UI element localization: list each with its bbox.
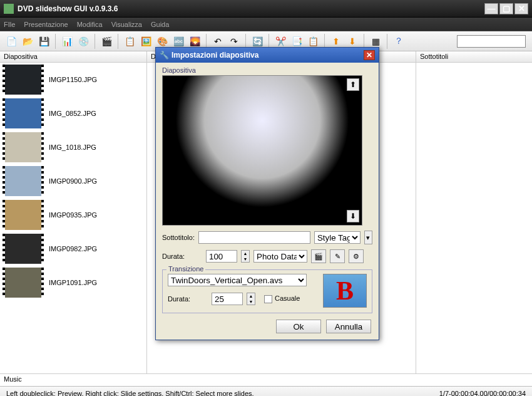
disc-icon[interactable]: 💿 (76, 34, 91, 49)
transition-preview: B (323, 274, 367, 308)
paint-icon[interactable]: 🎨 (155, 34, 170, 49)
slideshow-icon[interactable]: 🎬 (99, 34, 114, 49)
maximize-button[interactable]: ▢ (499, 3, 513, 14)
styletags-dropdown-icon[interactable]: ▾ (364, 231, 372, 244)
music-label: Music (4, 375, 22, 383)
random-checkbox[interactable] (264, 295, 272, 303)
text-icon[interactable]: 🔤 (171, 34, 186, 49)
status-left: Left doubleclick: Preview. Right click: … (6, 390, 254, 397)
slide-filename: IMG_0852.JPG (49, 110, 96, 117)
trans-duration-label: Durata: (168, 295, 208, 303)
slide-row[interactable]: IMG_1018.JPG (0, 130, 146, 164)
slide-thumbnail (3, 98, 44, 128)
slide-row[interactable]: IMGP0982.JPG (0, 232, 146, 266)
slide-filename: IMGP1091.JPG (49, 279, 97, 286)
menu-file[interactable]: FIle (4, 21, 15, 28)
copy-icon[interactable]: 📋 (122, 34, 137, 49)
slide-row[interactable]: IMGP0900.JPG (0, 164, 146, 198)
styletags-select[interactable]: Style Tags (314, 231, 361, 244)
dialog-title: Impostazioni diapositiva (171, 51, 258, 60)
section-slide-label: Diapositiva (162, 66, 372, 74)
slide-thumbnail (3, 268, 44, 298)
slide-thumbnail (3, 65, 44, 95)
help-icon[interactable]: ？ (391, 34, 406, 49)
slide-column: Diapositiva IMGP1150.JPGIMG_0852.JPGIMG_… (0, 51, 147, 373)
slide-filename: IMG_1018.JPG (49, 143, 96, 151)
trans-duration-spinner[interactable]: ▲▼ (247, 293, 255, 305)
config-icon[interactable]: ⚙ (349, 249, 364, 263)
subtitle-column: Sottotitoli (416, 51, 532, 373)
window-title: DVD slideshow GUI v.0.9.3.6 (18, 4, 483, 13)
slide-filename: IMGP1150.JPG (49, 76, 97, 83)
slide-thumbnail (3, 166, 44, 196)
menu-help[interactable]: Guida (151, 21, 169, 28)
dialog-icon: 🔧 (160, 51, 169, 60)
duration-input[interactable] (206, 250, 237, 263)
menu-view[interactable]: Visualizza (111, 21, 142, 28)
picture-icon[interactable]: 🌄 (187, 34, 202, 49)
cancel-button[interactable]: Annulla (326, 320, 371, 333)
menu-presentation[interactable]: Presentazione (24, 21, 68, 28)
close-button[interactable]: ✕ (514, 3, 528, 14)
subtitle-header[interactable]: Sottotitoli (416, 51, 532, 63)
slide-filename: IMGP0982.JPG (49, 245, 97, 253)
duration-label: Durata: (162, 253, 202, 260)
pencil-icon[interactable]: ✎ (330, 249, 345, 263)
next-slide-button[interactable]: ⬇ (347, 210, 359, 222)
slide-row[interactable]: IMG_0852.JPG (0, 96, 146, 130)
status-right: 1/7-00:00:04.00/00:00:00:34 (439, 390, 526, 397)
save-icon[interactable]: 💾 (36, 34, 51, 49)
slide-list[interactable]: IMGP1150.JPGIMG_0852.JPGIMG_1018.JPGIMGP… (0, 63, 146, 373)
app-icon (4, 4, 14, 14)
photodata-select[interactable]: Photo Data (253, 250, 307, 263)
dialog-titlebar[interactable]: 🔧 Impostazioni diapositiva ✕ (156, 48, 379, 63)
undo-icon[interactable]: ↶ (210, 34, 225, 49)
slide-thumbnail (3, 132, 44, 162)
menu-edit[interactable]: Modifica (77, 21, 103, 28)
open-icon[interactable]: 📂 (20, 34, 35, 49)
slide-preview: ⬆ ⬇ (162, 75, 362, 226)
copy2-icon[interactable]: 📑 (289, 34, 304, 49)
up-icon[interactable]: ⬆ (329, 34, 344, 49)
paste-icon[interactable]: 📋 (305, 34, 320, 49)
subtitle-label: Sottotitolo: (162, 234, 195, 241)
transition-legend: Transizione (166, 265, 205, 273)
slide-thumbnail (3, 234, 44, 264)
minimize-button[interactable]: — (484, 3, 498, 14)
slide-thumbnail (3, 200, 44, 230)
menubar: FIle Presentazione Modifica Visualizza G… (0, 18, 532, 31)
cut-icon[interactable]: ✂️ (273, 34, 288, 49)
image-icon[interactable]: 🖼️ (138, 34, 153, 49)
refresh-icon[interactable]: 🔄 (250, 34, 265, 49)
music-row[interactable]: Music (0, 373, 532, 386)
slide-settings-dialog: 🔧 Impostazioni diapositiva ✕ Diapositiva… (155, 47, 379, 340)
slide-row[interactable]: IMGP0935.JPG (0, 198, 146, 232)
slide-row[interactable]: IMGP1150.JPG (0, 63, 146, 96)
new-icon[interactable]: 📄 (4, 34, 19, 49)
slide-filename: IMGP0900.JPG (49, 177, 97, 185)
clapper-icon[interactable]: 🎬 (311, 249, 326, 263)
random-label: Casuale (275, 294, 300, 302)
ok-button[interactable]: Ok (276, 320, 321, 333)
prev-slide-button[interactable]: ⬆ (347, 78, 359, 91)
transition-select[interactable]: TwinDoors_Vertical_Open.avs (168, 274, 307, 286)
down-icon[interactable]: ⬇ (345, 34, 360, 49)
search-input[interactable] (457, 35, 526, 48)
slide-filename: IMGP0935.JPG (49, 211, 97, 219)
trans-duration-input[interactable] (212, 293, 243, 305)
statusbar: Left doubleclick: Preview. Right click: … (0, 386, 532, 396)
slide-header[interactable]: Diapositiva (0, 51, 146, 63)
subtitle-input[interactable] (198, 231, 310, 244)
redo-icon[interactable]: ↷ (227, 34, 242, 49)
transition-fieldset: Transizione TwinDoors_Vertical_Open.avs … (162, 269, 372, 313)
slide-row[interactable]: IMGP1091.JPG (0, 266, 146, 300)
chart-icon[interactable]: 📊 (59, 34, 74, 49)
grid-icon[interactable]: ▦ (368, 34, 383, 49)
dialog-close-icon[interactable]: ✕ (364, 50, 375, 60)
random-checkbox-group[interactable]: Casuale (264, 294, 300, 303)
duration-spinner[interactable]: ▲▼ (241, 250, 250, 263)
titlebar: DVD slideshow GUI v.0.9.3.6 — ▢ ✕ (0, 0, 532, 18)
